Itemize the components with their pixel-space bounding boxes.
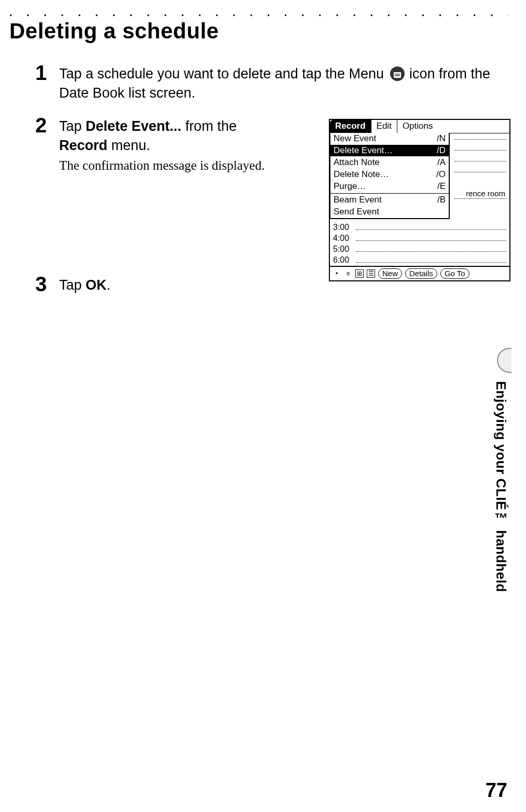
side-tab: Enjoying your CLIÉ™ handheld xyxy=(483,348,511,607)
menubar-edit-tab[interactable]: Edit xyxy=(371,120,397,133)
bg-line xyxy=(454,161,506,161)
step-2: 2 Tap Delete Event... from the Record me… xyxy=(59,117,510,262)
menubar-record-tab[interactable]: Record xyxy=(330,120,371,133)
page-number: 77 xyxy=(486,779,507,802)
menu-item-delete-event[interactable]: Delete Event… /D xyxy=(330,145,449,157)
menu-item-label: New Event xyxy=(334,133,376,144)
time-row[interactable]: 5:00 xyxy=(333,243,506,254)
menubar-options-tab[interactable]: Options xyxy=(397,120,438,133)
step-number: 2 xyxy=(35,114,47,137)
step-number: 3 xyxy=(35,273,47,296)
menu-item-shortcut: /N xyxy=(437,133,446,144)
bg-line xyxy=(454,150,506,151)
menu-item-delete-note[interactable]: Delete Note… /O xyxy=(330,169,449,181)
menu-item-new-event[interactable]: New Event /N xyxy=(330,133,449,145)
step2-bold-delete-event: Delete Event... xyxy=(86,118,182,134)
step3-text-b: . xyxy=(107,277,111,293)
svg-rect-2 xyxy=(394,70,401,72)
menu-item-shortcut: /E xyxy=(437,181,446,192)
palm-screenshot: Record Edit Options rence room New Event xyxy=(329,119,510,281)
menu-item-label: Beam Event xyxy=(334,195,382,205)
menu-item-beam-event[interactable]: Beam Event /B xyxy=(330,194,449,206)
menu-item-label: Send Event xyxy=(334,207,379,217)
bg-line xyxy=(454,139,506,140)
time-label: 6:00 xyxy=(333,255,356,265)
step-number: 1 xyxy=(35,61,47,85)
side-tab-cap xyxy=(497,348,511,373)
step3-text-a: Tap xyxy=(59,277,86,293)
svg-rect-4 xyxy=(395,75,400,76)
palm-menubar: Record Edit Options xyxy=(330,120,509,133)
step2-subtext: The confirmation message is displayed. xyxy=(59,158,287,173)
menu-icon xyxy=(390,66,405,82)
step-3: 3 Tap OK. xyxy=(59,276,510,295)
svg-rect-3 xyxy=(395,74,400,75)
palm-time-grid: 3:00 4:00 5:00 6:00 xyxy=(330,221,509,266)
step3-bold-ok: OK xyxy=(86,277,107,293)
menu-item-label: Purge… xyxy=(334,181,366,192)
bg-text-rence-room: rence room xyxy=(466,189,505,198)
time-label: 3:00 xyxy=(333,223,356,232)
time-label: 4:00 xyxy=(333,234,356,243)
menu-item-shortcut: /A xyxy=(437,157,446,168)
menu-separator xyxy=(330,193,449,194)
dotted-rule: . . . . . . . . . . . . . . . . . . . . … xyxy=(9,10,508,18)
menu-item-shortcut: /B xyxy=(437,195,446,205)
step1-text-a: Tap a schedule you want to delete and ta… xyxy=(59,66,387,82)
bg-line xyxy=(454,172,506,172)
step2-text-a: Tap xyxy=(59,118,86,134)
bg-line xyxy=(454,198,506,199)
menu-item-label: Delete Note… xyxy=(334,169,389,180)
time-row[interactable]: 4:00 xyxy=(333,232,506,243)
palm-dropdown-menu: New Event /N Delete Event… /D Attach Not… xyxy=(329,133,450,219)
menu-item-shortcut: /D xyxy=(437,145,446,156)
menu-item-label: Delete Event… xyxy=(334,145,393,156)
step-1: 1 Tap a schedule you want to delete and … xyxy=(59,64,510,103)
menu-item-label: Attach Note xyxy=(334,157,380,168)
time-label: 5:00 xyxy=(333,245,356,254)
menu-item-attach-note[interactable]: Attach Note /A xyxy=(330,157,449,169)
time-row[interactable]: 6:00 xyxy=(333,254,506,265)
side-tab-label: Enjoying your CLIÉ™ handheld xyxy=(493,381,509,592)
menu-item-shortcut: /O xyxy=(436,169,446,180)
menu-item-purge[interactable]: Purge… /E xyxy=(330,181,449,193)
time-row[interactable]: 3:00 xyxy=(333,221,506,232)
step2-bold-record: Record xyxy=(59,138,107,153)
page-title: Deleting a schedule xyxy=(9,19,508,44)
step2-text-b: from the xyxy=(182,118,237,134)
menu-item-send-event[interactable]: Send Event xyxy=(330,206,449,218)
step2-text-c: menu. xyxy=(107,138,150,153)
